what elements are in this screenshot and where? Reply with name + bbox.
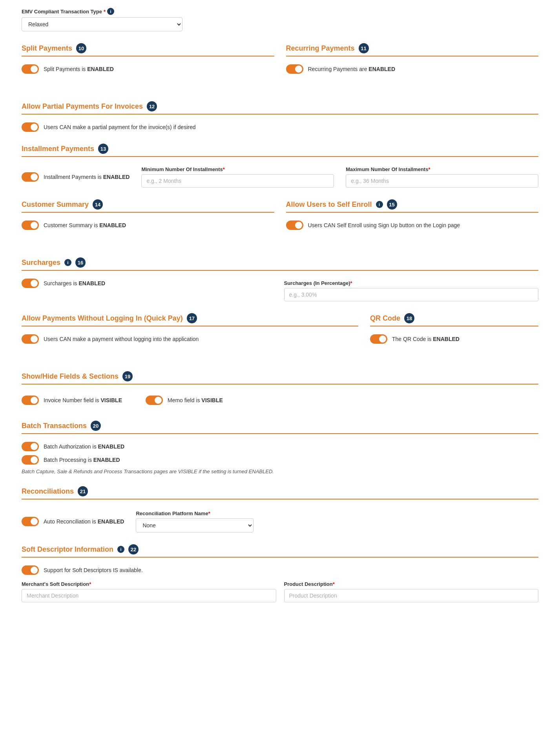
surcharges-section: Surcharges i 16 Surcharges is ENABLED: [22, 257, 538, 301]
qr-code-label: The QR Code is ENABLED: [392, 336, 460, 342]
soft-descriptor-info-icon[interactable]: i: [117, 546, 124, 553]
product-desc-group: Product Description*: [284, 581, 539, 602]
recurring-payments-section: Recurring Payments 11 Recurring Payments…: [286, 43, 539, 78]
batch-transactions-header: Batch Transactions 20: [22, 421, 538, 434]
invoice-toggle[interactable]: [22, 396, 39, 405]
qr-code-toggle-row: The QR Code is ENABLED: [370, 334, 538, 344]
quick-pay-toggle[interactable]: [22, 334, 39, 344]
batch-transactions-section: Batch Transactions 20 Batch Authorizatio…: [22, 421, 538, 474]
partial-payments-section: Allow Partial Payments For Invoices 12 U…: [22, 101, 538, 132]
installments-header: Installment Payments 13: [22, 144, 538, 157]
batch-proc-slider[interactable]: [22, 455, 39, 465]
show-hide-section: Show/Hide Fields & Sections 19 Invoice N…: [22, 371, 538, 409]
reconcil-label: Auto Reconciliation is ENABLED: [44, 518, 124, 525]
customer-summary-slider[interactable]: [22, 221, 39, 230]
customer-summary-header: Customer Summary 14: [22, 199, 274, 213]
quick-pay-title: Allow Payments Without Logging In (Quick…: [22, 314, 183, 323]
quick-pay-toggle-row: Users CAN make a payment without logging…: [22, 334, 358, 344]
batch-proc-toggle[interactable]: [22, 455, 39, 465]
quick-pay-slider[interactable]: [22, 334, 39, 344]
surcharges-toggle-row: Surcharges is ENABLED: [22, 279, 276, 288]
self-enroll-toggle-row: Users CAN Self Enroll using Sign Up butt…: [286, 221, 539, 230]
qr-code-section: QR Code 18 The QR Code is ENABLED: [370, 313, 538, 348]
installments-toggle[interactable]: [22, 172, 39, 182]
installments-slider[interactable]: [22, 172, 39, 182]
surcharges-slider[interactable]: [22, 279, 39, 288]
customer-summary-toggle-row: Customer Summary is ENABLED: [22, 221, 274, 230]
show-hide-title: Show/Hide Fields & Sections: [22, 372, 119, 381]
min-installments-label: Minimum Number Of Installments*: [141, 166, 334, 172]
reconcil-row: Auto Reconciliation is ENABLED Reconcili…: [22, 507, 538, 532]
partial-payments-header: Allow Partial Payments For Invoices 12: [22, 101, 538, 115]
product-desc-input[interactable]: [284, 589, 539, 602]
max-installments-input[interactable]: [346, 174, 538, 188]
installments-label: Installment Payments is ENABLED: [44, 174, 130, 180]
customer-summary-toggle[interactable]: [22, 221, 39, 230]
surcharges-content: Surcharges is ENABLED Surcharges (In Per…: [22, 279, 538, 301]
batch-auth-slider[interactable]: [22, 442, 39, 451]
quick-pay-header: Allow Payments Without Logging In (Quick…: [22, 313, 358, 326]
recurring-payments-toggle-row: Recurring Payments are ENABLED: [286, 64, 539, 74]
soft-descriptor-header: Soft Descriptor Information i 22: [22, 544, 538, 558]
recurring-payments-toggle[interactable]: [286, 64, 303, 74]
split-payments-toggle[interactable]: [22, 64, 39, 74]
emv-select[interactable]: Relaxed Strict: [22, 17, 182, 31]
soft-descriptor-toggle[interactable]: [22, 565, 39, 575]
surcharges-percentage-input[interactable]: [284, 288, 539, 301]
reconciliations-title: Reconciliations: [22, 487, 74, 496]
self-enroll-info-icon[interactable]: i: [376, 201, 383, 208]
partial-payments-toggle[interactable]: [22, 122, 39, 132]
qr-code-toggle[interactable]: [370, 334, 387, 344]
soft-descriptor-toggle-row: Support for Soft Descriptors IS availabl…: [22, 565, 538, 575]
min-installments-input[interactable]: [141, 174, 334, 188]
soft-descriptor-slider[interactable]: [22, 565, 39, 575]
split-payments-header: Split Payments 10: [22, 43, 274, 57]
reconcil-slider[interactable]: [22, 517, 39, 526]
emv-label: EMV Compliant Transaction Type * i: [22, 8, 538, 15]
merchant-desc-input[interactable]: [22, 589, 276, 602]
quick-pay-label: Users CAN make a payment without logging…: [44, 336, 199, 342]
invoice-slider[interactable]: [22, 396, 39, 405]
batch-auth-toggle-row: Batch Authorization is ENABLED: [22, 442, 538, 451]
emv-label-text: EMV Compliant Transaction Type: [22, 9, 102, 15]
reconciliations-badge: 21: [78, 486, 88, 496]
reconcil-toggle[interactable]: [22, 517, 39, 526]
self-enroll-slider[interactable]: [286, 221, 303, 230]
split-payments-badge: 10: [76, 43, 86, 53]
split-recurring-row: Split Payments 10 Split Payments is ENAB…: [22, 43, 538, 89]
quick-pay-section: Allow Payments Without Logging In (Quick…: [22, 313, 358, 348]
self-enroll-badge: 15: [387, 199, 397, 210]
surcharges-percentage-group: Surcharges (In Percentage)*: [284, 280, 539, 301]
self-enroll-header: Allow Users to Self Enroll i 15: [286, 199, 539, 213]
soft-desc-fields: Merchant's Soft Description* Product Des…: [22, 581, 538, 602]
self-enroll-toggle[interactable]: [286, 221, 303, 230]
partial-payments-toggle-row: Users CAN make a partial payment for the…: [22, 122, 538, 132]
reconciliations-header: Reconciliations 21: [22, 486, 538, 500]
self-enroll-title: Allow Users to Self Enroll: [286, 201, 372, 209]
memo-slider[interactable]: [146, 396, 163, 405]
invoice-label: Invoice Number field is VISIBLE: [44, 397, 122, 403]
recurring-payments-badge: 11: [359, 43, 369, 53]
quick-pay-qr-row: Allow Payments Without Logging In (Quick…: [22, 313, 538, 359]
qr-code-slider[interactable]: [370, 334, 387, 344]
surcharges-info-icon[interactable]: i: [64, 259, 71, 266]
partial-payments-slider[interactable]: [22, 122, 39, 132]
reconcil-platform-select[interactable]: None Platform A Platform B: [136, 518, 254, 532]
max-installments-group: Maximum Number Of Installments*: [346, 166, 538, 188]
split-payments-slider[interactable]: [22, 64, 39, 74]
min-installments-group: Minimum Number Of Installments*: [141, 166, 334, 188]
surcharges-toggle[interactable]: [22, 279, 39, 288]
emv-info-icon[interactable]: i: [107, 8, 114, 15]
recurring-payments-header: Recurring Payments 11: [286, 43, 539, 57]
soft-descriptor-badge: 22: [128, 544, 139, 554]
memo-toggle[interactable]: [146, 396, 163, 405]
split-payments-section: Split Payments 10 Split Payments is ENAB…: [22, 43, 274, 78]
batch-proc-toggle-row: Batch Processing is ENABLED: [22, 455, 538, 465]
invoice-toggle-row: Invoice Number field is VISIBLE: [22, 396, 122, 405]
batch-auth-toggle[interactable]: [22, 442, 39, 451]
batch-transactions-badge: 20: [91, 421, 101, 431]
recurring-payments-slider[interactable]: [286, 64, 303, 74]
self-enroll-section: Allow Users to Self Enroll i 15 Users CA…: [286, 199, 539, 234]
recurring-payments-label: Recurring Payments are ENABLED: [308, 66, 396, 72]
surcharges-percentage-label: Surcharges (In Percentage)*: [284, 280, 539, 286]
